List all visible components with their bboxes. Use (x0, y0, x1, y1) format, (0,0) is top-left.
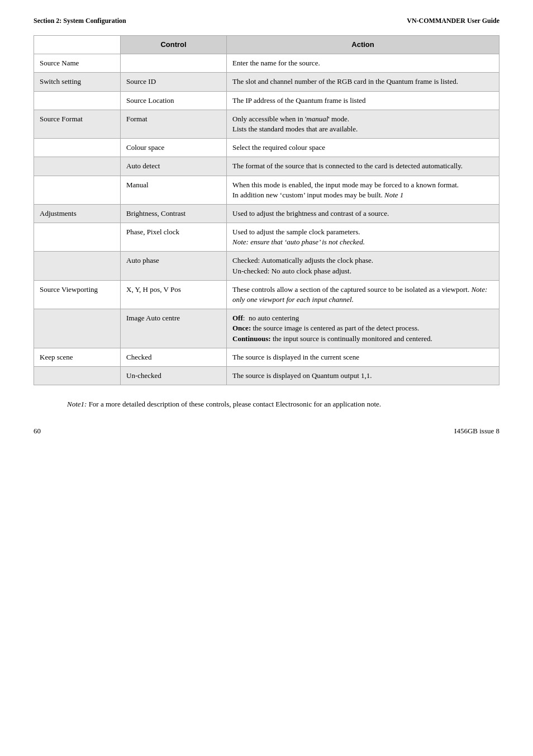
header-right: VN-COMMANDER User Guide (407, 17, 499, 25)
item-cell (34, 366, 121, 385)
header-left: Section 2: System Configuration (34, 17, 126, 25)
action-cell: Enter the name for the source. (227, 54, 499, 73)
action-cell: Used to adjust the brightness and contra… (227, 204, 499, 223)
main-table: Control Action Source NameEnter the name… (34, 35, 499, 385)
action-cell: Used to adjust the sample clock paramete… (227, 223, 499, 252)
table-row: Source ViewportingX, Y, H pos, V PosThes… (34, 280, 499, 309)
action-cell: The slot and channel number of the RGB c… (227, 73, 499, 91)
table-row: Keep sceneCheckedThe source is displayed… (34, 348, 499, 366)
table-row: Source FormatFormatOnly accessible when … (34, 110, 499, 138)
control-cell (121, 54, 227, 73)
table-row: Auto detectThe format of the source that… (34, 157, 499, 176)
action-cell: The IP address of the Quantum frame is l… (227, 91, 499, 110)
control-cell: Brightness, Contrast (121, 204, 227, 223)
action-cell: The source is displayed in the current s… (227, 348, 499, 366)
action-cell: Checked: Automatically adjusts the clock… (227, 252, 499, 280)
item-cell: Source Viewporting (34, 280, 121, 309)
footer-right: I456GB issue 8 (454, 427, 499, 436)
action-cell: The source is displayed on Quantum outpu… (227, 366, 499, 385)
item-cell (34, 139, 121, 157)
table-row: Phase, Pixel clockUsed to adjust the sam… (34, 223, 499, 252)
item-cell: Adjustments (34, 204, 121, 223)
control-cell: Colour space (121, 139, 227, 157)
footer-left: 60 (34, 427, 41, 436)
table-row: Colour spaceSelect the required colour s… (34, 139, 499, 157)
control-cell: Source ID (121, 73, 227, 91)
action-cell: Only accessible when in 'manual' mode. L… (227, 110, 499, 138)
control-cell: Source Location (121, 91, 227, 110)
item-cell: Source Format (34, 110, 121, 138)
table-row: ManualWhen this mode is enabled, the inp… (34, 176, 499, 204)
item-cell (34, 91, 121, 110)
col-header-item (34, 36, 121, 54)
control-cell: Manual (121, 176, 227, 204)
control-cell: Format (121, 110, 227, 138)
control-cell: Un-checked (121, 366, 227, 385)
item-cell (34, 252, 121, 280)
action-cell: Select the required colour space (227, 139, 499, 157)
page-header: Section 2: System Configuration VN-COMMA… (34, 17, 499, 25)
item-cell: Keep scene (34, 348, 121, 366)
item-cell (34, 176, 121, 204)
control-cell: X, Y, H pos, V Pos (121, 280, 227, 309)
control-cell: Image Auto centre (121, 309, 227, 348)
action-cell: When this mode is enabled, the input mod… (227, 176, 499, 204)
note-section: Note1: For a more detailed description o… (67, 399, 499, 410)
table-row: Source LocationThe IP address of the Qua… (34, 91, 499, 110)
control-cell: Auto detect (121, 157, 227, 176)
col-header-control: Control (121, 36, 227, 54)
action-cell: Off: no auto centering Once: the source … (227, 309, 499, 348)
item-cell: Switch setting (34, 73, 121, 91)
control-cell: Phase, Pixel clock (121, 223, 227, 252)
note-label: Note1: For a more detailed description o… (67, 400, 381, 408)
control-cell: Checked (121, 348, 227, 366)
table-row: Switch settingSource IDThe slot and chan… (34, 73, 499, 91)
col-header-action: Action (227, 36, 499, 54)
action-cell: The format of the source that is connect… (227, 157, 499, 176)
item-cell (34, 223, 121, 252)
action-cell: These controls allow a section of the ca… (227, 280, 499, 309)
table-row: Image Auto centreOff: no auto centering … (34, 309, 499, 348)
control-cell: Auto phase (121, 252, 227, 280)
item-cell: Source Name (34, 54, 121, 73)
item-cell (34, 309, 121, 348)
item-cell (34, 157, 121, 176)
table-row: Un-checkedThe source is displayed on Qua… (34, 366, 499, 385)
table-row: AdjustmentsBrightness, ContrastUsed to a… (34, 204, 499, 223)
table-row: Auto phaseChecked: Automatically adjusts… (34, 252, 499, 280)
page-footer: 60 I456GB issue 8 (34, 427, 499, 436)
table-row: Source NameEnter the name for the source… (34, 54, 499, 73)
